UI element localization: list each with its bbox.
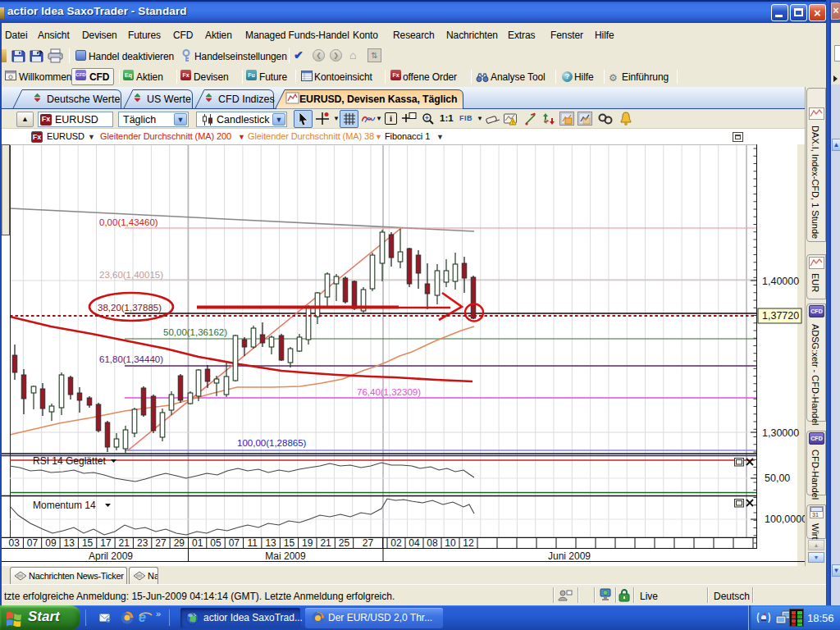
svg-text:01: 01 <box>192 537 203 549</box>
svg-text:100,00(1,28865): 100,00(1,28865) <box>237 438 307 448</box>
svg-text:13: 13 <box>64 537 75 549</box>
svg-text:15: 15 <box>284 537 295 549</box>
svg-text:05: 05 <box>210 537 221 549</box>
svg-text:25: 25 <box>339 537 350 549</box>
svg-text:1,40000: 1,40000 <box>762 276 799 287</box>
svg-text:Deutsche Werte: Deutsche Werte <box>47 94 120 105</box>
svg-text:?: ? <box>38 49 43 57</box>
svg-text:17: 17 <box>100 537 112 549</box>
svg-text:e: e <box>106 614 111 624</box>
svg-text:23: 23 <box>137 537 148 549</box>
svg-text:RSI 14 Geglättet: RSI 14 Geglättet <box>33 455 106 467</box>
svg-text:50,00: 50,00 <box>765 472 790 484</box>
svg-text:23,60(1,40015): 23,60(1,40015) <box>99 270 163 280</box>
svg-text:13: 13 <box>265 537 276 549</box>
svg-text:1,37720: 1,37720 <box>762 310 799 322</box>
svg-text:10: 10 <box>445 537 456 549</box>
svg-text:15: 15 <box>82 537 94 549</box>
svg-text:03: 03 <box>9 537 21 549</box>
svg-text:04: 04 <box>409 537 420 549</box>
svg-text:09: 09 <box>45 537 57 549</box>
svg-text:Momentum 14: Momentum 14 <box>33 500 96 511</box>
svg-text:08: 08 <box>427 537 438 549</box>
svg-text:76,40(1,32309): 76,40(1,32309) <box>357 387 421 397</box>
svg-text:EURUSD, Devisen Kassa, Täglich: EURUSD, Devisen Kassa, Täglich <box>299 94 457 105</box>
svg-text:CFD Indizes: CFD Indizes <box>218 94 275 105</box>
svg-text:1,30000: 1,30000 <box>762 427 799 439</box>
svg-text:50,00(1,36162): 50,00(1,36162) <box>163 327 227 337</box>
svg-text:27: 27 <box>363 537 374 549</box>
svg-text:02: 02 <box>390 537 402 549</box>
svg-text:07: 07 <box>229 537 240 549</box>
svg-text:April 2009: April 2009 <box>89 550 133 562</box>
svg-text:21: 21 <box>320 537 331 549</box>
svg-text:38,20(1,37885): 38,20(1,37885) <box>98 303 162 313</box>
svg-text:31: 31 <box>812 512 819 518</box>
svg-text:21: 21 <box>119 537 130 549</box>
svg-text:12: 12 <box>463 537 474 549</box>
svg-text:07: 07 <box>27 537 39 549</box>
svg-text:US Werte: US Werte <box>147 94 191 105</box>
svg-text:100,0000: 100,0000 <box>765 514 805 525</box>
svg-text:27: 27 <box>155 537 167 549</box>
svg-text:Mai 2009: Mai 2009 <box>265 550 306 562</box>
svg-text:61,80(1,34440): 61,80(1,34440) <box>99 354 163 364</box>
svg-text:19: 19 <box>302 537 313 549</box>
svg-text:!: ! <box>512 120 514 126</box>
svg-text:Juni 2009: Juni 2009 <box>548 550 591 562</box>
svg-text:11: 11 <box>247 537 258 549</box>
svg-text:29: 29 <box>174 537 185 549</box>
svg-text:0,00(1,43460): 0,00(1,43460) <box>99 217 158 227</box>
